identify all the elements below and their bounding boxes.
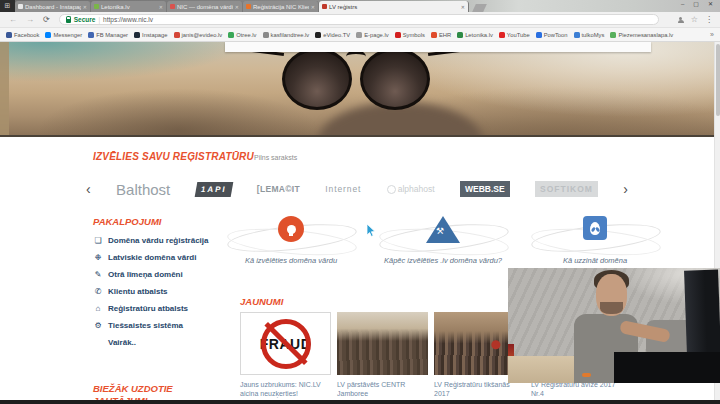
service-icon: ⚙ [93,321,103,330]
bookmark-label: YouTube [507,32,530,38]
tab-title: NIC — domēna vārdi [177,4,233,10]
lightbulb-icon [278,216,304,242]
bookmark-favicon-icon [356,32,362,38]
maximize-icon[interactable]: ▢ [693,0,699,9]
bookmark-favicon-icon [536,32,542,38]
tab-close-icon[interactable]: ✕ [461,4,465,10]
bookmark-item[interactable]: janis@evideo.lv [174,32,223,38]
browser-menu-icon[interactable]: ⋮ [705,16,713,24]
profile-icon[interactable] [678,17,684,23]
tab-close-icon[interactable]: ✕ [159,4,163,10]
window-controls: – ▢ ✕ [681,0,720,9]
bookmark-item[interactable]: kasfilandtree.lv [263,32,310,38]
browser-tab[interactable]: NIC — domēna vārdi ✕ [167,1,243,12]
registrar-logo-softikom[interactable]: SOFTIKOM [535,181,598,197]
close-icon[interactable]: ✕ [708,0,713,9]
bookmark-favicon-icon [134,32,140,38]
registrar-logo-alphahost[interactable]: alphahost [387,184,435,194]
bookmark-item[interactable]: eVideo.TV [315,32,350,38]
tab-close-icon[interactable]: ✕ [311,4,315,10]
bookmark-item[interactable]: Symbols [395,32,425,38]
feature-choose-domain[interactable]: Kā izvēlēties domēna vārdu [215,214,367,286]
sidebar-service-link[interactable]: ⌂ Reģistratūru atbalsts [93,304,241,313]
browser-tab[interactable]: LV reģistrs ✕ [319,1,469,12]
browser-tab[interactable]: Reģistrācija NIC Klienti ✕ [243,1,319,12]
service-label: Klientu atbalsts [108,287,168,296]
tab-favicon-icon [18,4,23,9]
feature-caption: Kā uzzināt domēna [536,256,654,266]
hero-left-edge [0,42,9,135]
bookmark-label: Letonika.lv [465,32,493,38]
full-list-link[interactable]: Pilns saraksts [254,154,297,161]
minimize-icon[interactable]: – [681,0,684,9]
bookmark-item[interactable]: FB Manager [88,32,128,38]
bookmark-label: Instapage [142,32,167,38]
scrollbar-thumb[interactable] [716,44,720,116]
registrar-logo-webbse[interactable]: WEBB.SE [460,181,510,197]
bookmark-item[interactable]: YouTube [499,32,530,38]
news-caption[interactable]: LV pārstāvēts CENTR Jamboree [337,380,428,398]
back-icon[interactable]: ← [9,16,17,24]
bookmark-item[interactable]: PowToon [536,32,568,38]
bookmark-item[interactable]: Otree.lv [228,32,256,38]
new-tab-button[interactable] [472,4,487,12]
sidebar-more-link[interactable]: Vairāk.. [108,338,241,347]
bookmark-item[interactable]: E-page.lv [356,32,389,38]
sidebar-service-link[interactable]: ✆ Klientu atbalsts [93,287,241,296]
tab-favicon-icon [246,4,251,9]
bookmark-item[interactable]: Facebook [6,32,39,38]
bookmark-star-icon[interactable]: ☆ [691,16,698,24]
forward-icon[interactable]: → [26,16,34,24]
feature-caption: Kā izvēlēties domēna vārdu [232,256,350,266]
bookmark-favicon-icon [228,32,234,38]
reload-icon[interactable]: ⟳ [43,16,50,24]
browser-apps-icon[interactable]: ⊞ [0,0,15,12]
video-bottom-strip [0,400,720,404]
bookmark-item[interactable]: Letonika.lv [457,32,493,38]
bookmark-favicon-icon [315,32,321,38]
sidebar-service-link[interactable]: ⚙ Tiešsaistes sistēma [93,321,241,330]
browser-tab[interactable]: Dashboard - Instapage ✕ [15,1,91,12]
bookmark-item[interactable]: Messenger [45,32,82,38]
bookmark-label: Piezemesanaslapa.lv [618,32,673,38]
bookmark-label: tulkoMys [582,32,605,38]
carousel-prev-icon[interactable]: ‹ [86,182,91,196]
registrar-logo-carousel: ‹ Balthost 1API [LEMA©IT Internet alphah… [86,175,628,203]
orange-bracelet [582,373,591,377]
conference-thumbnail [337,312,428,375]
hammers-triangle-icon: ⚒ [426,216,460,243]
registrar-logo-balthost[interactable]: Balthost [116,181,170,198]
bookmark-item[interactable]: Instapage [134,32,167,38]
tab-close-icon[interactable]: ✕ [235,4,239,10]
service-icon: ✆ [93,287,103,296]
bookmark-item[interactable]: Piezemesanaslapa.lv [610,32,673,38]
registrars-heading: IZVĒLIES SAVU REĢISTRATŪRU [93,151,254,162]
service-icon: ✎ [93,270,103,279]
bookmark-item[interactable]: tulkoMys [574,32,605,38]
fraud-thumbnail: FRAUD [240,312,331,375]
bookmark-favicon-icon [431,32,437,38]
bookmarks-overflow-icon[interactable]: » [710,31,714,38]
news-heading: JAUNUMI [240,296,283,307]
feature-why-lv-domain[interactable]: ⚒ Kāpēc izvēlēties .lv domēna vārdu? [367,214,519,286]
bookmark-label: Otree.lv [236,32,256,38]
news-caption[interactable]: Jauns uzbrukums: NIC.LV aicina neuzķerti… [240,380,331,398]
bookmark-item[interactable]: EHR [431,32,451,38]
tab-close-icon[interactable]: ✕ [83,4,87,10]
registrar-logo-internet[interactable]: Internet [325,184,361,194]
browser-tab[interactable]: Letonika.lv ✕ [91,1,167,12]
carousel-next-icon[interactable]: › [623,182,628,196]
webcam-overlay [508,268,720,383]
bookmark-favicon-icon [395,32,401,38]
news-card-jamboree[interactable]: LV pārstāvēts CENTR Jamboree [337,312,428,398]
news-card-fraud[interactable]: FRAUD Jauns uzbrukums: NIC.LV aicina neu… [240,312,331,398]
alien-icon [583,216,607,240]
bookmark-favicon-icon [6,32,12,38]
registrar-logo-lemait[interactable]: [LEMA©IT [257,184,300,194]
bookmark-favicon-icon [174,32,180,38]
registrar-logo-1api[interactable]: 1API [194,182,232,197]
secure-label: Secure [74,16,96,23]
bookmark-label: FB Manager [96,32,128,38]
bookmark-favicon-icon [610,32,616,38]
address-bar[interactable]: Secure | https://www.nic.lv [59,14,659,25]
